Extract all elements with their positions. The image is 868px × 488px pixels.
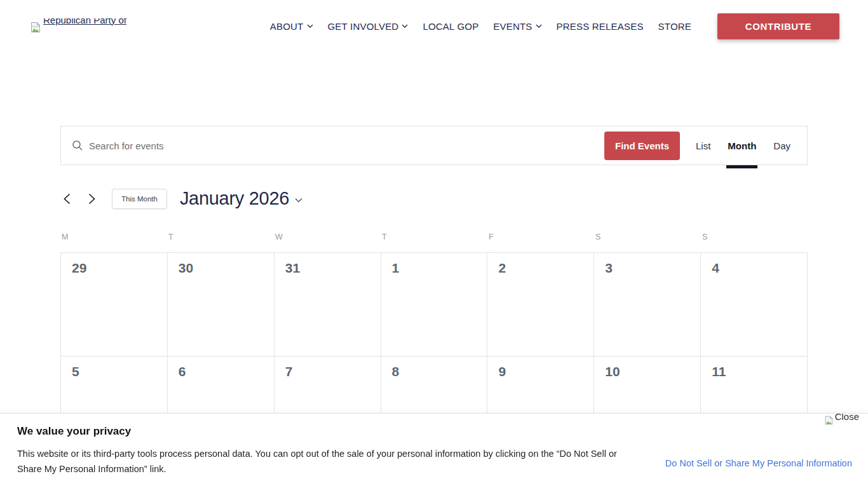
weekday-label: S bbox=[701, 233, 808, 241]
privacy-consent-banner: We value your privacy This website or it… bbox=[0, 413, 868, 488]
find-events-button[interactable]: Find Events bbox=[604, 132, 680, 160]
events-search-bar: Find Events List Month Day bbox=[60, 126, 808, 165]
main-nav: ABOUT GET INVOLVED LOCAL GOP EVENTS PRES… bbox=[270, 21, 691, 32]
logo-alt-text: Republican Party of bbox=[43, 18, 126, 27]
chevron-down-icon bbox=[402, 24, 408, 28]
chevron-down-icon bbox=[536, 24, 542, 28]
nav-item-events[interactable]: EVENTS bbox=[493, 21, 541, 32]
broken-image-icon bbox=[30, 22, 41, 34]
site-logo-broken-image[interactable]: Republican Party of bbox=[30, 18, 135, 34]
privacy-banner-title: We value your privacy bbox=[17, 425, 852, 438]
nav-label: ABOUT bbox=[270, 21, 304, 32]
nav-item-store[interactable]: STORE bbox=[658, 21, 691, 32]
calendar-day-cell[interactable]: 30 bbox=[168, 253, 275, 356]
chevron-right-icon bbox=[88, 193, 95, 205]
site-header: Republican Party of ABOUT GET INVOLVED L… bbox=[0, 0, 868, 52]
nav-label: LOCAL GOP bbox=[423, 21, 478, 32]
search-input[interactable] bbox=[89, 140, 604, 151]
chevron-down-icon bbox=[295, 198, 302, 203]
close-alt-text: Close bbox=[835, 414, 859, 423]
nav-item-about[interactable]: ABOUT bbox=[270, 21, 313, 32]
next-month-button[interactable] bbox=[85, 193, 98, 205]
weekday-label: W bbox=[274, 233, 381, 241]
weekday-label: T bbox=[167, 233, 274, 241]
previous-month-button[interactable] bbox=[60, 193, 73, 205]
calendar-day-cell[interactable]: 2 bbox=[487, 253, 594, 356]
events-calendar-main: Find Events List Month Day This Month Ja… bbox=[60, 126, 808, 460]
nav-item-local-gop[interactable]: LOCAL GOP bbox=[423, 21, 478, 32]
calendar-day-cell[interactable]: 1 bbox=[381, 253, 488, 356]
weekday-label: T bbox=[381, 233, 487, 241]
broken-image-icon bbox=[824, 416, 834, 425]
weekday-label: F bbox=[487, 233, 594, 241]
calendar-navigation: This Month January 2026 bbox=[60, 188, 808, 209]
contribute-button[interactable]: CONTRIBUTE bbox=[717, 13, 839, 39]
weekday-label: S bbox=[594, 233, 701, 241]
chevron-down-icon bbox=[307, 24, 313, 28]
weekday-label: M bbox=[60, 233, 167, 241]
nav-label: EVENTS bbox=[493, 21, 532, 32]
weekday-header-row: M T W T F S S bbox=[60, 233, 808, 241]
view-tab-day[interactable]: Day bbox=[773, 140, 790, 151]
nav-label: PRESS RELEASES bbox=[557, 21, 644, 32]
view-switcher: List Month Day bbox=[696, 140, 790, 151]
nav-label: GET INVOLVED bbox=[328, 21, 399, 32]
nav-item-press-releases[interactable]: PRESS RELEASES bbox=[557, 21, 644, 32]
current-month-title: January 2026 bbox=[180, 188, 289, 209]
search-icon bbox=[72, 140, 83, 151]
chevron-left-icon bbox=[64, 193, 71, 205]
nav-label: STORE bbox=[658, 21, 691, 32]
calendar-day-cell[interactable]: 31 bbox=[275, 253, 381, 356]
calendar-day-cell[interactable]: 4 bbox=[701, 253, 808, 356]
privacy-banner-body: This website or its third-party tools pr… bbox=[17, 446, 640, 477]
view-tab-list[interactable]: List bbox=[696, 140, 710, 151]
calendar-day-cell[interactable]: 3 bbox=[594, 253, 701, 356]
month-selector[interactable]: January 2026 bbox=[180, 188, 302, 209]
view-tab-month[interactable]: Month bbox=[728, 140, 756, 151]
calendar-day-cell[interactable]: 29 bbox=[61, 253, 168, 356]
do-not-sell-link[interactable]: Do Not Sell or Share My Personal Informa… bbox=[665, 458, 852, 468]
nav-item-get-involved[interactable]: GET INVOLVED bbox=[328, 21, 409, 32]
this-month-button[interactable]: This Month bbox=[112, 189, 167, 209]
privacy-close-button[interactable]: Close bbox=[824, 414, 859, 426]
